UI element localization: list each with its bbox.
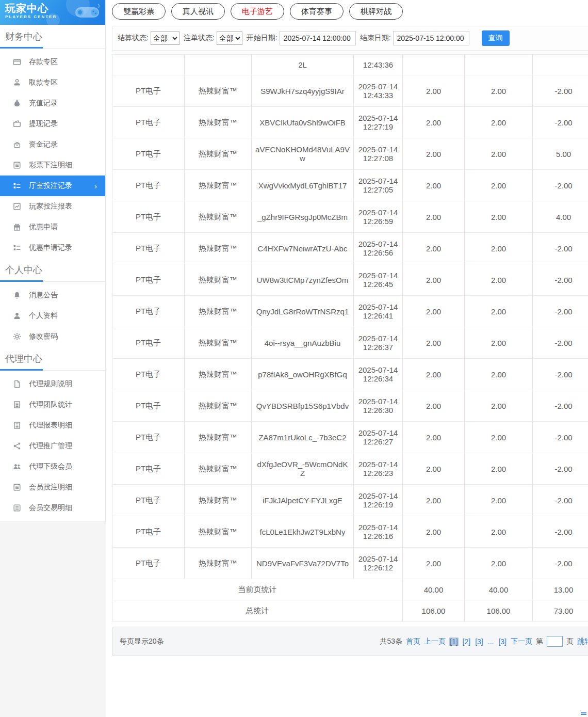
sidebar-item-label: 优惠申请记录 [29,243,72,252]
tab-sports[interactable]: 体育赛事 [290,3,344,20]
tab-electronic-games[interactable]: 电子游艺 [231,3,284,20]
page-total-row: 当前页统计 40.00 40.00 13.00 [112,579,588,600]
end-date-input[interactable] [393,31,469,45]
table-row: PT电子 热辣财富™ fcL0Le1EkhJw2T9LxbNy 2025-07-… [112,516,588,548]
sidebar-item-promo-apply-records[interactable]: 优惠申请记录 › [0,237,105,258]
card-icon [13,58,21,66]
cell-order-id: QnyJdLG8rRoWTrNSRzq1 [252,296,354,327]
cell-platform: PT电子 [112,453,185,485]
start-date-input[interactable] [280,31,356,45]
sidebar-item-change-password[interactable]: 修改密码 › [0,326,105,347]
total-count: 共53条 [380,637,402,646]
purse-icon [13,140,21,149]
sidebar-item-withdraw-zone[interactable]: 取款专区 › [0,72,105,93]
cell-time: 2025-07-14 12:26:45 [354,264,403,296]
page-number-link[interactable]: [1] [449,638,459,646]
cell-platform: PT电子 [112,264,185,296]
start-date-label: 开始日期: [247,34,277,43]
tab-lottery[interactable]: 雙赢彩票 [112,3,166,20]
table-row: PT电子 热辣财富™ _gZhr9IFGRsgJp0McZBm 2025-07-… [112,201,588,233]
cell-game: 热辣财富™ [185,170,252,201]
sidebar-item-recharge-records[interactable]: 充值记录 › [0,93,105,114]
sidebar-item-label: 会员交易明细 [29,503,72,513]
sidebar-item-withdraw-records[interactable]: 提现记录 › [0,114,105,134]
sidebar-item-agent-sub-members[interactable]: 代理下级会员 › [0,456,105,477]
sidebar-item-member-bet-details[interactable]: 会员投注明细 › [0,477,105,498]
cell-valid-bet: 2.00 [465,422,533,453]
cell-platform: PT电子 [112,548,185,579]
prev-page-link[interactable]: 上一页 [424,637,446,646]
cell-winloss: -2.00 [533,453,588,485]
cell-platform: PT电子 [112,516,185,548]
page-total-winloss: 13.00 [533,579,588,600]
game-tabs: 雙赢彩票 真人视讯 电子游艺 体育赛事 棋牌对战 [106,0,588,26]
jump-button[interactable]: 跳转 [577,637,588,646]
sidebar-item-agent-report-details[interactable]: 代理报表明细 › [0,415,105,436]
sidebar-item-label: 代理推广管理 [29,441,72,451]
cell-platform: PT电子 [112,390,185,422]
app-logo: 玩家中心 PLAYERS CENTER [0,0,105,25]
cell-valid-bet: 2.00 [465,233,533,264]
page-number-link[interactable]: [2] [462,638,471,646]
search-button[interactable]: 查询 [482,30,510,46]
cell-bet: 2.00 [403,296,465,327]
sidebar-item-lottery-bet-details[interactable]: 彩票下注明细 › [0,155,105,176]
doc-icon [13,380,21,388]
sidebar-item-profile[interactable]: 个人资料 › [0,306,105,326]
page-number-link[interactable]: [3] [475,638,484,646]
chart-icon [13,202,21,211]
sidebar-item-label: 代理报表明细 [29,421,72,430]
list-icon [13,504,21,512]
grand-total-row: 总统计 106.00 106.00 73.00 [112,600,588,622]
cell-bet: 2.00 [403,485,465,516]
table-row: PT电子 热辣财富™ UW8w3tICMp7zynZfesOm 2025-07-… [112,264,588,296]
sidebar-item-messages[interactable]: 消息公告 › [0,285,105,306]
sidebar: 玩家中心 PLAYERS CENTER 财务中心 存款专区 › 取款专区 › 充… [0,0,106,717]
page-number-link[interactable]: ... [487,638,495,646]
handcoin-icon [13,78,21,87]
cell-time: 2025-07-14 12:26:23 [354,453,403,485]
sidebar-item-label: 代理规则说明 [29,379,72,389]
filter-bar: 结算状态: 全部 注单状态: 全部 开始日期: 结束日期: 查询 [112,26,588,51]
order-status-select[interactable]: 全部 [217,31,242,45]
cell-winloss [533,55,588,75]
sidebar-item-label: 存款专区 [29,57,58,67]
settle-status-select[interactable]: 全部 [151,31,179,45]
tab-live-video[interactable]: 真人视讯 [171,3,225,20]
sidebar-item-agent-promotion[interactable]: 代理推广管理 › [0,436,105,456]
share-icon [13,442,21,450]
sidebar-item-deposit-zone[interactable]: 存款专区 › [0,52,105,72]
sidebar-item-label: 会员投注明细 [29,483,72,492]
first-page-link[interactable]: 首页 [406,637,420,646]
jump-page-input[interactable] [547,636,563,647]
next-page-link[interactable]: 下一页 [511,637,532,646]
cell-platform: PT电子 [112,107,185,138]
sidebar-item-member-transaction-details[interactable]: 会员交易明细 › [0,498,105,518]
page-number-link[interactable]: [3] [498,638,507,646]
cell-time: 2025-07-14 12:27:05 [354,170,403,201]
cell-game: 热辣财富™ [185,296,252,327]
tab-label: 电子游艺 [242,7,273,15]
sidebar-section-items: 代理规则说明 › 代理团队统计 › 代理报表明细 › 代理推广管理 › 代理下级… [0,374,105,518]
sidebar-item-funds-records[interactable]: 资金记录 › [0,134,105,155]
sidebar-item-agent-team-stats[interactable]: 代理团队统计 › [0,394,105,415]
sidebar-item-label: 个人资料 [29,311,58,321]
cell-bet: 2.00 [403,359,465,390]
cell-time: 2025-07-14 12:27:08 [354,138,403,170]
cell-winloss: -2.00 [533,75,588,107]
sidebar-item-promo-apply[interactable]: 优惠申请 › [0,217,105,237]
cell-platform: PT电子 [112,422,185,453]
gear-icon [13,332,21,341]
sidebar-item-agent-rules[interactable]: 代理规则说明 › [0,374,105,394]
sidebar-item-hall-bet-records[interactable]: 厅室投注记录 › [0,176,105,196]
clipped-link-fragment [581,712,586,715]
cell-bet: 2.00 [403,422,465,453]
table-row-partial: 2L 12:43:36 [112,55,588,75]
main-content: 雙赢彩票 真人视讯 电子游艺 体育赛事 棋牌对战 结算状态: 全部 注单状态: … [106,0,588,717]
sidebar-section-underline [0,369,105,371]
cell-order-id: XwgVvkxMydL6TghlBT17 [252,170,354,201]
sidebar-item-player-bet-report[interactable]: 玩家投注报表 › [0,196,105,217]
sidebar-item-label: 玩家投注报表 [29,202,72,211]
tab-board-games[interactable]: 棋牌对战 [349,3,403,20]
sidebar-item-label: 消息公告 [29,291,58,300]
